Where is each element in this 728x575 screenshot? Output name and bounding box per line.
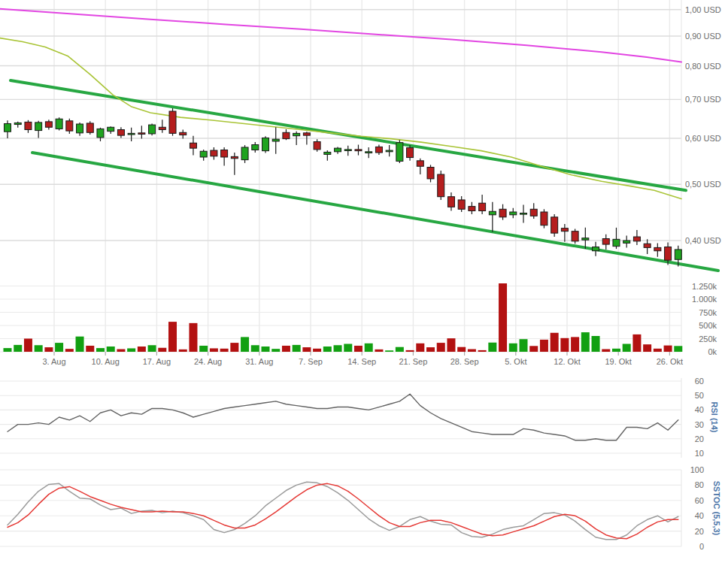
candle [108, 126, 114, 134]
date-tick-label: 19. Okt [605, 357, 631, 366]
volume-tick-label: 1.250k [692, 282, 717, 291]
volume-bar [457, 347, 466, 352]
candle [447, 192, 454, 210]
volume-bar [365, 343, 373, 352]
candle [272, 127, 279, 154]
price-tick-label: 0,80 USD [685, 62, 721, 71]
candle [644, 239, 651, 254]
volume-bar [168, 322, 177, 352]
volume-bar [334, 345, 342, 352]
price-tick-label: 1,00 USD [685, 5, 721, 14]
volume-bar [623, 344, 631, 353]
candle [252, 142, 259, 153]
volume-bar [551, 333, 559, 352]
volume-tick-label: 500k [699, 321, 717, 330]
sstoc-pane: 100806040200SSTOC (5,5,3) [8, 465, 721, 551]
sstoc-tick-label: 80 [695, 480, 704, 489]
rsi-tick-label: 30 [695, 420, 704, 429]
volume-bar [520, 339, 528, 352]
volume-bar [282, 346, 290, 352]
volume-bar [262, 347, 270, 352]
volume-bar [581, 332, 590, 352]
date-tick-label: 14. Sep [347, 357, 376, 366]
volume-bar [302, 347, 311, 352]
volume-bar [396, 347, 404, 352]
volume-bar [313, 349, 321, 352]
volume-bar [612, 349, 620, 352]
candle [241, 145, 248, 163]
volume-bar [241, 337, 249, 352]
candle [314, 139, 320, 152]
volume-bar [499, 283, 507, 352]
candle [386, 145, 393, 156]
candle [530, 203, 537, 219]
rsi-tick-label: 60 [695, 377, 704, 386]
rsi-tick-label: 50 [695, 391, 704, 400]
rsi-panel-title: RSI (14) [710, 402, 719, 433]
candle [5, 120, 11, 138]
date-tick-label: 26. Okt [657, 357, 683, 366]
volume-bar [127, 348, 135, 352]
date-tick-label: 31. Aug [245, 357, 273, 366]
volume-bar [654, 349, 662, 352]
volume-bar [76, 337, 84, 352]
price-tick-label: 0,40 USD [685, 236, 721, 245]
volume-bar [35, 345, 43, 352]
candle [77, 123, 83, 136]
candle [200, 150, 207, 161]
candle [499, 204, 506, 220]
candle [396, 140, 403, 163]
volume-bar [179, 350, 187, 352]
candle [324, 150, 331, 161]
volume-bar [540, 340, 548, 352]
volume-bar [664, 346, 672, 352]
volume-bar [107, 347, 115, 352]
stock-chart-panel: 3. Aug10. Aug17. Aug24. Aug31. Aug7. Sep… [0, 0, 728, 575]
volume-bar [251, 345, 259, 352]
sstoc-tick-label: 60 [695, 496, 704, 505]
candle [602, 235, 609, 250]
candle [593, 242, 599, 256]
volume-bar [158, 348, 166, 352]
candle [623, 235, 630, 247]
volume-bar [96, 348, 105, 352]
volume-bar [571, 337, 579, 352]
volume-tick-label: 0k [708, 347, 717, 356]
volume-bar [210, 348, 218, 352]
sstoc-tick-label: 0 [699, 542, 704, 551]
date-tick-label: 28. Sep [450, 357, 479, 366]
date-tick-label: 24. Aug [194, 357, 222, 366]
price-tick-label: 0,70 USD [685, 95, 721, 104]
sstoc-tick-label: 100 [690, 465, 704, 474]
candle [25, 120, 32, 133]
volume-bar [55, 343, 63, 352]
moving-averages [0, 9, 681, 199]
candle [180, 129, 187, 138]
candle [138, 126, 145, 138]
sma-slow-line [0, 9, 681, 62]
date-tick-label: 5. Okt [505, 357, 526, 366]
candle [14, 122, 21, 128]
candle [520, 204, 527, 222]
volume-bar [189, 323, 197, 352]
volume-bar [86, 346, 94, 352]
volume-bar [602, 350, 610, 353]
candle [128, 128, 135, 141]
trend-channel-lower-line [32, 153, 718, 271]
volume-bar [117, 350, 125, 353]
volume-bar [375, 350, 383, 352]
date-axis: 3. Aug10. Aug17. Aug24. Aug31. Aug7. Sep… [42, 352, 683, 366]
volume-bar [488, 343, 496, 352]
candle [149, 123, 156, 135]
date-tick-label: 21. Sep [399, 357, 427, 366]
volume-bar [560, 338, 569, 352]
candle [654, 243, 661, 256]
volume-bar [592, 336, 600, 352]
volume-tick-label: 250k [699, 334, 717, 343]
volume-bar [478, 350, 487, 352]
rsi-tick-label: 10 [695, 449, 704, 458]
volume-bar [65, 349, 74, 352]
volume-bar [416, 343, 424, 352]
grid-layer [0, 0, 681, 546]
candle [56, 117, 62, 130]
